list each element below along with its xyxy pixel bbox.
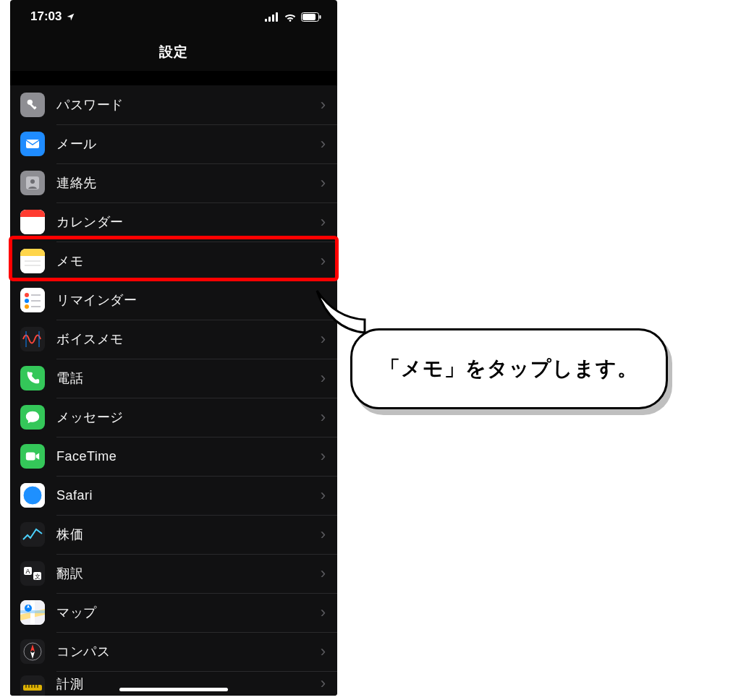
chevron-right-icon: › <box>321 175 326 191</box>
settings-row-passwords[interactable]: パスワード› <box>10 85 337 124</box>
row-label: 電話 <box>56 370 321 387</box>
row-label: メッセージ <box>56 409 321 426</box>
chevron-right-icon: › <box>321 644 326 660</box>
settings-row-translate[interactable]: A文翻訳› <box>10 554 337 593</box>
cellular-icon <box>265 12 279 22</box>
svg-rect-10 <box>26 140 39 148</box>
row-label: マップ <box>56 604 321 621</box>
status-right <box>265 12 321 22</box>
row-label: Safari <box>56 488 321 503</box>
section-gap <box>10 71 337 85</box>
translate-icon: A文 <box>20 561 45 586</box>
callout-bubble: 「メモ」をタップします。 <box>350 328 668 409</box>
svg-rect-0 <box>265 19 267 22</box>
status-bar: 17:03 <box>10 0 337 33</box>
row-label: FaceTime <box>56 449 321 464</box>
chevron-right-icon: › <box>321 136 326 152</box>
chevron-right-icon: › <box>321 526 326 542</box>
row-label: 翻訳 <box>56 565 321 582</box>
settings-row-compass[interactable]: コンパス› <box>10 632 337 671</box>
safari-icon <box>20 483 45 508</box>
svg-point-22 <box>25 293 29 297</box>
chevron-right-icon: › <box>321 97 326 113</box>
settings-list: パスワード›メール›連絡先›カレンダー›メモ›リマインダー›ボイスメモ›電話›メ… <box>10 85 337 696</box>
svg-point-12 <box>30 179 35 184</box>
nav-title: 設定 <box>159 43 188 61</box>
chevron-right-icon: › <box>321 409 326 425</box>
row-label: ボイスメモ <box>56 330 321 348</box>
chevron-right-icon: › <box>321 370 326 386</box>
row-label: メール <box>56 135 321 153</box>
location-icon <box>66 12 75 22</box>
chevron-right-icon: › <box>321 487 326 503</box>
svg-rect-18 <box>20 249 45 256</box>
settings-row-reminders[interactable]: リマインダー› <box>10 281 337 320</box>
message-icon <box>20 405 45 430</box>
voice-icon <box>20 327 45 351</box>
svg-rect-28 <box>20 327 45 351</box>
svg-text:A: A <box>25 568 30 575</box>
row-label: コンパス <box>56 643 321 660</box>
svg-rect-2 <box>272 14 274 22</box>
svg-point-23 <box>25 299 29 303</box>
maps-icon <box>20 600 45 625</box>
row-label: 連絡先 <box>56 174 321 192</box>
settings-row-contacts[interactable]: 連絡先› <box>10 163 337 202</box>
row-label: リマインダー <box>56 291 321 309</box>
status-time: 17:03 <box>30 9 62 24</box>
settings-row-measure[interactable]: 計測› <box>10 671 337 696</box>
facetime-icon <box>20 444 45 469</box>
settings-row-safari[interactable]: Safari› <box>10 476 337 515</box>
svg-point-24 <box>25 304 29 309</box>
home-indicator <box>119 688 228 691</box>
settings-row-maps[interactable]: マップ› <box>10 593 337 632</box>
svg-rect-6 <box>320 15 321 19</box>
row-label: カレンダー <box>56 213 321 231</box>
svg-point-7 <box>27 100 33 105</box>
measure-icon <box>20 675 45 696</box>
row-label: パスワード <box>56 96 321 114</box>
settings-row-facetime[interactable]: FaceTime› <box>10 437 337 476</box>
settings-row-messages[interactable]: メッセージ› <box>10 398 337 437</box>
settings-row-calendar[interactable]: カレンダー› <box>10 202 337 242</box>
settings-row-notes[interactable]: メモ› <box>10 242 337 281</box>
svg-rect-5 <box>302 14 316 20</box>
contacts-icon <box>20 171 45 195</box>
chevron-right-icon: › <box>321 565 326 581</box>
battery-icon <box>301 12 321 22</box>
chevron-right-icon: › <box>321 675 326 691</box>
calendar-icon <box>20 210 45 234</box>
chevron-right-icon: › <box>321 605 326 620</box>
key-icon <box>20 93 45 117</box>
mail-icon <box>20 132 45 156</box>
compass-icon <box>20 639 45 664</box>
stocks-icon <box>20 522 45 547</box>
status-left: 17:03 <box>30 9 75 24</box>
chevron-right-icon: › <box>321 214 326 230</box>
nav-bar: 設定 <box>10 33 337 71</box>
settings-row-phone[interactable]: 電話› <box>10 359 337 398</box>
chevron-right-icon: › <box>321 253 326 269</box>
phone-frame: 17:03 <box>10 0 337 696</box>
settings-row-mail[interactable]: メール› <box>10 124 337 163</box>
settings-row-voicememo[interactable]: ボイスメモ› <box>10 320 337 359</box>
callout-text: 「メモ」をタップします。 <box>380 357 638 380</box>
svg-rect-3 <box>276 12 278 22</box>
wifi-icon <box>284 12 297 22</box>
svg-rect-1 <box>268 17 271 22</box>
phone-icon <box>20 366 45 390</box>
svg-rect-31 <box>26 453 35 461</box>
notes-icon <box>20 249 45 273</box>
chevron-right-icon: › <box>321 448 326 464</box>
svg-rect-15 <box>20 214 45 217</box>
reminders-icon <box>20 288 45 312</box>
row-label: 株価 <box>56 526 321 543</box>
row-label: メモ <box>56 252 321 270</box>
settings-row-stocks[interactable]: 株価› <box>10 515 337 554</box>
svg-text:文: 文 <box>35 573 41 580</box>
